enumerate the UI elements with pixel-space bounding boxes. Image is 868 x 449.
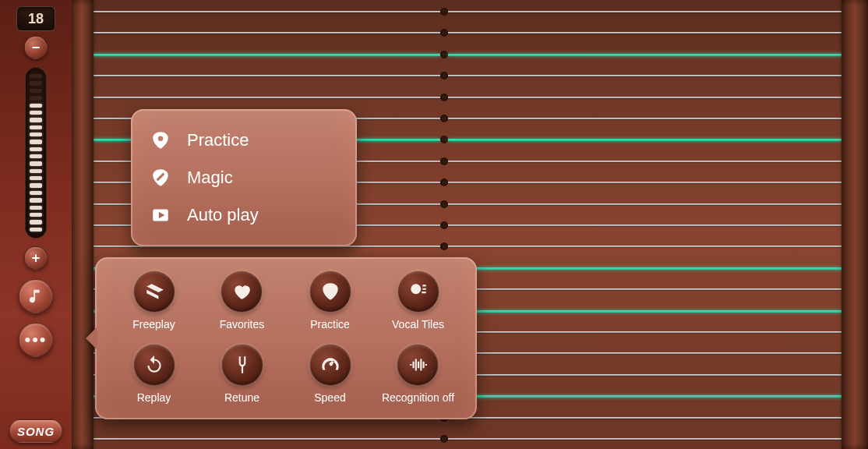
play-icon bbox=[150, 204, 171, 226]
meter-segment bbox=[30, 81, 42, 85]
string[interactable] bbox=[0, 75, 868, 76]
bridge-dot-icon bbox=[440, 94, 448, 101]
string[interactable] bbox=[0, 118, 868, 119]
string[interactable] bbox=[0, 97, 868, 98]
bridge-dot-icon bbox=[440, 51, 448, 58]
bridge-dot-icon bbox=[440, 435, 448, 443]
bridge-dot-icon bbox=[440, 157, 448, 165]
mode-menu: Practice Magic Auto play bbox=[131, 109, 357, 246]
bridge-dot-icon bbox=[440, 8, 448, 16]
meter-segment bbox=[30, 198, 42, 202]
meter-segment bbox=[30, 118, 42, 122]
meter-segment bbox=[30, 176, 42, 180]
option-freeplay[interactable]: Freeplay bbox=[132, 271, 175, 331]
option-label: Recognition off bbox=[382, 391, 454, 404]
option-speed[interactable]: Speed bbox=[310, 345, 351, 404]
meter-segment bbox=[30, 161, 42, 165]
bridge-dot-icon bbox=[440, 242, 448, 250]
string[interactable] bbox=[0, 11, 868, 12]
string[interactable] bbox=[0, 54, 868, 55]
bridge-dot-icon bbox=[440, 221, 448, 229]
meter-segment bbox=[30, 104, 42, 108]
rail-left bbox=[70, 0, 94, 449]
option-recognition[interactable]: Recognition off bbox=[382, 345, 454, 404]
option-label: Retune bbox=[224, 391, 259, 404]
music-note-icon bbox=[27, 288, 44, 305]
heart-icon bbox=[231, 281, 252, 302]
meter-segment bbox=[30, 213, 42, 217]
bridge-dot-icon bbox=[440, 136, 448, 143]
gauge-icon bbox=[320, 355, 340, 375]
bridge-dot-icon bbox=[440, 179, 448, 186]
meter-segment bbox=[30, 147, 42, 151]
more-button[interactable]: ••• bbox=[19, 323, 53, 357]
option-favorites[interactable]: Favorites bbox=[220, 271, 265, 331]
meter-segment bbox=[30, 126, 42, 129]
tuning-fork-icon bbox=[232, 355, 252, 375]
panel-arrow-icon bbox=[86, 327, 97, 349]
menu-item-magic[interactable]: Magic bbox=[145, 159, 343, 196]
option-label: Freeplay bbox=[132, 318, 175, 331]
option-label: Practice bbox=[310, 318, 350, 331]
pick-icon bbox=[320, 281, 340, 302]
plus-button[interactable]: + bbox=[24, 246, 48, 270]
option-retune[interactable]: Retune bbox=[222, 345, 263, 404]
song-button[interactable]: SONG bbox=[9, 419, 62, 443]
option-replay[interactable]: Replay bbox=[134, 345, 175, 404]
meter-segment bbox=[30, 74, 42, 78]
waveform-icon bbox=[408, 355, 428, 375]
meter-segment bbox=[30, 228, 42, 232]
bridge-dot-icon bbox=[440, 200, 448, 208]
sidebar: 18 − + ••• SONG bbox=[0, 0, 72, 449]
meter-segment bbox=[30, 220, 42, 224]
pick-magic-icon bbox=[150, 167, 171, 189]
more-icon: ••• bbox=[24, 331, 47, 348]
replay-icon bbox=[144, 355, 164, 375]
meter-segment bbox=[30, 206, 42, 210]
meter-segment bbox=[30, 183, 42, 187]
menu-item-practice[interactable]: Practice bbox=[145, 122, 343, 159]
menu-item-autoplay[interactable]: Auto play bbox=[145, 196, 343, 234]
music-button[interactable] bbox=[19, 279, 53, 313]
bridge-dot-icon bbox=[440, 29, 448, 37]
bridge-dot-icon bbox=[440, 72, 448, 80]
string[interactable] bbox=[0, 246, 868, 247]
meter-segment bbox=[30, 154, 42, 158]
rail-right bbox=[842, 0, 868, 449]
option-vocal-tiles[interactable]: Vocal Tiles bbox=[392, 271, 444, 331]
options-panel: Freeplay Favorites Practice Vocal Tiles … bbox=[95, 257, 477, 419]
meter-segment bbox=[30, 133, 42, 136]
string[interactable] bbox=[0, 32, 868, 34]
freeplay-icon bbox=[144, 281, 164, 302]
option-label: Favorites bbox=[220, 318, 265, 331]
bridge-dot-icon bbox=[440, 115, 448, 122]
voice-icon bbox=[408, 281, 429, 302]
string[interactable] bbox=[0, 438, 868, 440]
meter-segment bbox=[30, 140, 42, 143]
meter-segment bbox=[30, 89, 42, 93]
minus-button[interactable]: − bbox=[24, 36, 48, 59]
menu-label: Magic bbox=[187, 168, 233, 188]
menu-label: Auto play bbox=[187, 205, 259, 225]
option-label: Replay bbox=[137, 391, 171, 404]
meter-segment bbox=[30, 111, 42, 115]
option-label: Speed bbox=[314, 391, 345, 404]
pick-practice-icon bbox=[150, 129, 171, 151]
option-label: Vocal Tiles bbox=[392, 318, 444, 331]
meter-segment bbox=[30, 96, 42, 100]
volume-meter[interactable] bbox=[25, 67, 47, 239]
string-counter: 18 bbox=[16, 6, 55, 31]
menu-label: Practice bbox=[187, 130, 249, 150]
option-practice[interactable]: Practice bbox=[310, 271, 351, 331]
meter-segment bbox=[30, 169, 42, 173]
meter-segment bbox=[30, 191, 42, 195]
